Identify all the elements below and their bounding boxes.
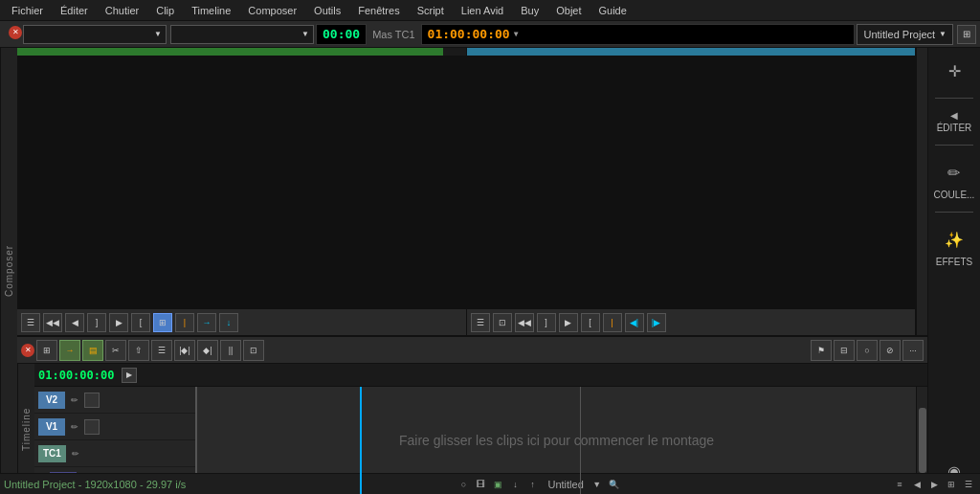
menu-composer[interactable]: Composer	[240, 3, 304, 18]
record-play[interactable]: ▶	[559, 313, 578, 332]
track-sq-v1[interactable]	[84, 419, 100, 435]
source-progress-bar[interactable]	[17, 48, 466, 56]
sb-icon-film[interactable]: 🎞	[473, 477, 488, 492]
rp-plus-icon[interactable]: ✛	[939, 56, 969, 86]
tl-btn-slip[interactable]: ◆|	[197, 340, 218, 361]
tl-btn-cut[interactable]: ✂	[105, 340, 126, 361]
record-step-back[interactable]: ◀◀	[515, 313, 534, 332]
project-name[interactable]: Untitled Project ▼	[857, 24, 953, 45]
menu-editer[interactable]: Éditer	[53, 3, 96, 18]
menu-buy[interactable]: Buy	[513, 3, 546, 18]
source-controls: ☰ ◀◀ ◀ ] ▶ [ ⊞ | → ↓	[17, 308, 466, 335]
statusbar-icons: ○ 🎞 ▣ ↓ ↑	[456, 477, 540, 492]
sb-icon-down2[interactable]: ↑	[524, 477, 540, 492]
menu-guide[interactable]: Guide	[591, 3, 635, 18]
source-mark-out[interactable]: ]	[87, 313, 106, 332]
record-audio-l[interactable]: ◀|	[625, 313, 644, 332]
sb-icon-green[interactable]: ▣	[490, 477, 505, 492]
rp-effets-label[interactable]: EFFETS	[936, 257, 972, 267]
sb-icon-menu[interactable]: ≡	[892, 477, 907, 492]
timeline-play-btn[interactable]: ▶	[122, 368, 137, 383]
tl-btn-flag[interactable]: ⚑	[811, 340, 832, 361]
source-overwrite[interactable]: ↓	[219, 313, 238, 332]
source-mark-in2[interactable]: |	[175, 313, 194, 332]
source-step-back[interactable]: ◀◀	[43, 313, 62, 332]
rp-pencil-icon[interactable]: ✏	[939, 157, 969, 188]
sb-icon-prev[interactable]: ◀	[909, 477, 924, 492]
track-name-v2[interactable]: V2	[38, 392, 65, 409]
record-dropdown[interactable]: ▼	[170, 25, 314, 44]
track-name-tc1[interactable]: TC1	[38, 445, 66, 462]
menu-outils[interactable]: Outils	[306, 3, 348, 18]
source-dropdown[interactable]: ▼	[23, 25, 167, 44]
tl-btn-circle[interactable]: ○	[857, 340, 878, 361]
tl-btn-dots[interactable]: ···	[902, 340, 924, 361]
source-play[interactable]: ▶	[109, 313, 128, 332]
track-pencil-v2[interactable]: ✏	[67, 393, 82, 408]
rp-wand-icon[interactable]: ✨	[939, 224, 969, 255]
track-pencil-tc1[interactable]: ✏	[68, 446, 83, 461]
track-sq-v2[interactable]	[84, 393, 100, 408]
sb-dropdown-arrow[interactable]: ▼	[590, 477, 605, 492]
menu-fichier[interactable]: Fichier	[4, 3, 51, 18]
monitor-scrollbar[interactable]	[916, 48, 927, 335]
drag-hint-text: Faire glisser les clips ici pour commenc…	[399, 433, 714, 448]
record-mark-out[interactable]: ]	[537, 313, 556, 332]
track-pencil-v1[interactable]: ✏	[67, 419, 82, 435]
statusbar-project: Untitled Project - 1920x1080 - 29.97 i/s	[4, 479, 186, 490]
sb-icon-grid[interactable]: ⊞	[944, 477, 959, 492]
statusbar-sep2: -	[140, 479, 146, 490]
menu-chutier[interactable]: Chutier	[98, 3, 146, 18]
rp-divider-2	[935, 145, 973, 146]
rp-divider-1	[935, 98, 973, 99]
rp-couleur-section: ✏ COULE...	[934, 157, 975, 200]
source-menu-btn[interactable]: ☰	[21, 313, 40, 332]
rp-editer-label[interactable]: ÉDITER	[937, 123, 972, 133]
record-screen	[467, 56, 916, 308]
tl-btn-monitor[interactable]: ⊟	[834, 340, 855, 361]
composer-label: Composer	[0, 48, 17, 494]
source-mark-in[interactable]: [	[131, 313, 150, 332]
record-mark-in[interactable]: [	[581, 313, 600, 332]
tl-btn-extract[interactable]: ⇧	[128, 340, 149, 361]
track-name-v1[interactable]: V1	[38, 418, 65, 436]
record-audio-r[interactable]: |▶	[647, 313, 666, 332]
source-splice[interactable]: →	[197, 313, 216, 332]
tl-btn-dual[interactable]: ||	[220, 340, 241, 361]
tl-btn-splice[interactable]: →	[59, 340, 80, 361]
record-mark2[interactable]: |	[603, 313, 622, 332]
menu-clip[interactable]: Clip	[148, 3, 182, 18]
rp-couleur-label[interactable]: COULE...	[934, 190, 975, 200]
close-button-left[interactable]: ✕	[9, 26, 22, 39]
sb-icon-circle[interactable]: ○	[456, 477, 471, 492]
tl-btn-lift[interactable]: ☰	[151, 340, 172, 361]
menu-objet[interactable]: Objet	[548, 3, 589, 18]
source-step-rev[interactable]: ◀	[65, 313, 84, 332]
source-mark-clip[interactable]: ⊞	[153, 313, 172, 332]
sb-icon-list[interactable]: ☰	[961, 477, 976, 492]
tl-btn-film[interactable]: ▤	[82, 340, 103, 361]
tl-btn-link[interactable]: ⊡	[243, 340, 264, 361]
record-progress-bar[interactable]	[467, 48, 916, 56]
timeline-close-btn[interactable]: ✕	[21, 344, 34, 357]
project-icon-button[interactable]: ⊞	[957, 25, 976, 44]
tl-btn-trim[interactable]: |◆|	[174, 340, 195, 361]
record-menu-btn[interactable]: ☰	[471, 313, 490, 332]
master-timecode: 01:00:00:00 ▼	[421, 24, 856, 45]
statusbar-right-icons: ≡ ◀ ▶ ⊞ ☰	[892, 477, 976, 492]
scrollbar-thumb[interactable]	[919, 408, 926, 472]
tl-btn-grid[interactable]: ⊞	[36, 340, 57, 361]
sb-search-icon[interactable]: 🔍	[607, 477, 622, 492]
menu-timeline[interactable]: Timeline	[184, 3, 238, 18]
record-fullscreen[interactable]: ⊡	[493, 313, 512, 332]
timecode-display: 00:00	[316, 24, 367, 45]
sb-icon-down1[interactable]: ↓	[507, 477, 523, 492]
sb-icon-next[interactable]: ▶	[926, 477, 942, 492]
menu-script[interactable]: Script	[410, 3, 452, 18]
source-dropdown-arrow: ▼	[154, 30, 162, 38]
tl-btn-cross[interactable]: ⊘	[880, 340, 901, 361]
rp-editer-arrow[interactable]: ◀	[950, 110, 958, 121]
menu-lien-avid[interactable]: Lien Avid	[454, 3, 511, 18]
menu-bar: Fichier Éditer Chutier Clip Timeline Com…	[0, 0, 980, 21]
menu-fenetres[interactable]: Fenêtres	[350, 3, 407, 18]
